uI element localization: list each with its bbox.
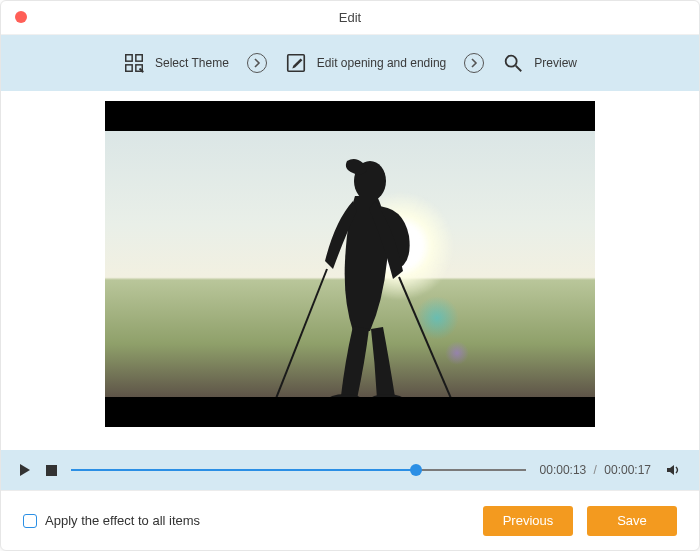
video-frame <box>105 131 595 397</box>
footer: Apply the effect to all items Previous S… <box>1 490 699 550</box>
svg-rect-0 <box>126 55 132 61</box>
step-label: Select Theme <box>155 56 229 70</box>
edit-window: Edit Select Theme E <box>0 0 700 551</box>
seek-slider[interactable] <box>71 460 526 480</box>
total-time: 00:00:17 <box>604 463 651 477</box>
video-content <box>275 151 455 397</box>
letterbox-bottom <box>105 397 595 427</box>
step-label: Edit opening and ending <box>317 56 446 70</box>
step-edit-opening-ending[interactable]: Edit opening and ending <box>285 52 446 74</box>
window-title: Edit <box>339 10 361 25</box>
svg-rect-11 <box>46 465 57 476</box>
magnifier-icon <box>502 52 524 74</box>
close-window-button[interactable] <box>15 11 27 23</box>
edit-pencil-icon <box>285 52 307 74</box>
step-select-theme[interactable]: Select Theme <box>123 52 229 74</box>
titlebar: Edit <box>1 1 699 35</box>
chevron-right-icon <box>247 53 267 73</box>
svg-rect-2 <box>126 65 132 71</box>
step-label: Preview <box>534 56 577 70</box>
playback-controls: 00:00:13 / 00:00:17 <box>1 450 699 490</box>
apply-all-checkbox[interactable]: Apply the effect to all items <box>23 513 200 528</box>
previous-button[interactable]: Previous <box>483 506 573 536</box>
svg-line-9 <box>275 269 327 397</box>
svg-line-10 <box>399 277 453 397</box>
step-bar: Select Theme Edit opening and ending <box>1 35 699 91</box>
letterbox-top <box>105 101 595 131</box>
current-time: 00:00:13 <box>540 463 587 477</box>
window-controls <box>15 11 27 23</box>
checkbox-box <box>23 514 37 528</box>
chevron-right-icon <box>464 53 484 73</box>
step-preview[interactable]: Preview <box>502 52 577 74</box>
time-separator: / <box>594 463 597 477</box>
time-display: 00:00:13 / 00:00:17 <box>540 463 651 477</box>
svg-point-5 <box>506 56 517 67</box>
volume-icon[interactable] <box>665 462 681 478</box>
apply-all-label: Apply the effect to all items <box>45 513 200 528</box>
play-button[interactable] <box>19 463 31 477</box>
video-preview[interactable] <box>105 101 595 427</box>
svg-rect-1 <box>136 55 142 61</box>
video-stage <box>1 91 699 450</box>
svg-point-8 <box>369 394 405 397</box>
theme-grid-icon <box>123 52 145 74</box>
stop-button[interactable] <box>45 463 57 477</box>
save-button[interactable]: Save <box>587 506 677 536</box>
